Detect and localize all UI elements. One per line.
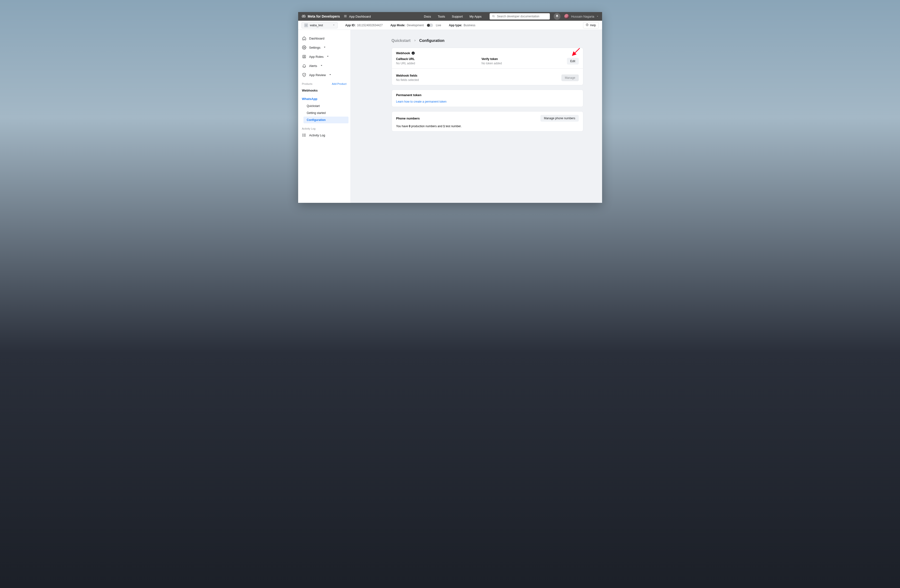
permanent-token-link[interactable]: Learn how to create a permanent token	[396, 100, 447, 103]
app-mode-toggle[interactable]	[427, 23, 433, 27]
app-window: Meta for Developers App Dashboard Docs T…	[298, 12, 602, 203]
sidebar-item-alerts[interactable]: Alerts	[300, 62, 349, 70]
webhook-title-text: Webhook	[396, 51, 410, 55]
phone-numbers-text: You have 0 production numbers and 1 test…	[396, 124, 579, 128]
phone-numbers-card: Phone numbers Manage phone numbers You h…	[392, 111, 583, 132]
add-product-link[interactable]: Add Product	[332, 82, 346, 85]
body: Dashboard Settings App Roles	[298, 30, 602, 203]
svg-point-5	[306, 25, 306, 26]
webhook-fields-value: No fields selected	[396, 78, 552, 82]
sidebar-item-activity-log[interactable]: Activity Log	[300, 131, 349, 139]
phone-text-post: test number.	[445, 124, 461, 128]
user-name: Hussain Nagaria	[571, 15, 594, 18]
bell-icon	[556, 14, 559, 19]
phone-numbers-title: Phone numbers	[396, 116, 420, 120]
activity-log-label: Activity Log	[300, 125, 349, 131]
app-dashboard-link[interactable]: App Dashboard	[344, 14, 371, 19]
caret-down-icon	[333, 23, 335, 27]
sidebar-item-settings[interactable]: Settings	[300, 43, 349, 51]
sidebar-label: Dashboard	[309, 37, 325, 40]
webhook-title: Webhook i	[396, 51, 579, 55]
nav-docs[interactable]: Docs	[424, 15, 431, 18]
whatsapp-subitems: Quickstart Getting started Configuration	[303, 102, 349, 123]
sidebar-label: App Review	[309, 73, 326, 77]
sidebar-label: Alerts	[309, 64, 317, 68]
webhook-card: Webhook i Callback URL No URL added Veri…	[392, 48, 583, 85]
shield-check-icon	[302, 73, 306, 77]
app-type-value: Business	[464, 23, 475, 27]
app-id-group: App ID: 1611524002634427	[345, 23, 383, 27]
permanent-token-title: Permanent token	[396, 93, 579, 97]
edit-webhook-button[interactable]: Edit	[567, 58, 579, 65]
callback-col: Callback URL No URL added	[396, 57, 472, 65]
sidebar-sub-getting-started[interactable]: Getting started	[303, 110, 349, 116]
phone-text-mid: production numbers and	[410, 124, 443, 128]
sidebar-label: WhatsApp	[302, 97, 317, 101]
app-id-value: 1611524002634427	[357, 23, 383, 27]
sidebar-products-header: Products Add Product	[300, 80, 349, 87]
app-icon	[304, 23, 308, 27]
topbar-nav: Docs Tools Support My Apps	[424, 15, 481, 18]
search-input[interactable]	[497, 15, 548, 18]
svg-point-14	[303, 134, 303, 134]
avatar	[564, 14, 569, 19]
search-icon	[492, 15, 497, 18]
app-selector[interactable]: waba_test	[301, 22, 338, 28]
breadcrumb-current: Configuration	[419, 39, 445, 43]
help-button[interactable]: Help	[583, 22, 599, 28]
app-mode-live: Live	[436, 23, 441, 27]
home-icon	[302, 36, 306, 40]
brand-text: Meta for Developers	[308, 14, 340, 18]
app-dashboard-label: App Dashboard	[349, 15, 371, 18]
app-mode-label: App Mode:	[390, 23, 405, 27]
verify-col: Verify token No token added	[481, 57, 557, 65]
bell-icon	[302, 64, 306, 68]
meta-logo-icon	[301, 14, 306, 19]
app-type-group: App type: Business	[449, 23, 475, 27]
sidebar-item-whatsapp[interactable]: WhatsApp	[300, 95, 349, 102]
app-id-label: App ID:	[345, 23, 356, 27]
nav-support[interactable]: Support	[452, 15, 463, 18]
breadcrumb-parent[interactable]: Quickstart	[392, 39, 411, 43]
app-mode-dev: Development	[407, 23, 424, 27]
chevron-down-icon	[329, 73, 332, 77]
search-wrap[interactable]	[490, 13, 550, 20]
breadcrumb: Quickstart Configuration	[392, 39, 583, 43]
svg-point-16	[303, 136, 303, 137]
help-label: Help	[590, 23, 596, 27]
sidebar-item-webhooks[interactable]: Webhooks	[300, 87, 349, 94]
nav-my-apps[interactable]: My Apps	[470, 15, 482, 18]
svg-line-4	[494, 17, 495, 17]
svg-point-10	[304, 56, 305, 57]
roles-icon	[302, 54, 306, 59]
sidebar-label: App Roles	[309, 55, 324, 59]
gear-icon	[302, 45, 306, 50]
info-icon[interactable]: i	[411, 51, 415, 55]
permanent-token-card: Permanent token Learn how to create a pe…	[392, 90, 583, 107]
main-content: Quickstart Configuration Webhook i Callb…	[351, 30, 602, 203]
user-menu[interactable]: Hussain Nagaria	[564, 14, 599, 19]
products-label: Products	[302, 82, 312, 85]
manage-webhook-fields-button[interactable]: Manage	[562, 74, 579, 81]
app-selector-label: waba_test	[310, 23, 323, 27]
sidebar-item-app-review[interactable]: App Review	[300, 71, 349, 79]
phone-text-pre: You have	[396, 124, 409, 128]
app-type-label: App type:	[449, 23, 462, 27]
callback-url-label: Callback URL	[396, 57, 472, 61]
sidebar-item-app-roles[interactable]: App Roles	[300, 53, 349, 61]
topbar: Meta for Developers App Dashboard Docs T…	[298, 12, 602, 21]
nav-tools[interactable]: Tools	[438, 15, 445, 18]
hamburger-icon	[344, 14, 347, 19]
subheader: waba_test App ID: 1611524002634427 App M…	[298, 21, 602, 30]
webhook-fields-col: Webhook fields No fields selected	[396, 74, 552, 82]
chevron-down-icon	[320, 64, 323, 68]
manage-phone-numbers-button[interactable]: Manage phone numbers	[540, 115, 579, 122]
sidebar-sub-quickstart[interactable]: Quickstart	[303, 102, 349, 109]
brand[interactable]: Meta for Developers	[301, 14, 340, 19]
notifications-button[interactable]	[554, 13, 560, 20]
sidebar-sub-configuration[interactable]: Configuration	[303, 116, 349, 123]
chevron-down-icon	[323, 46, 326, 50]
svg-point-8	[303, 47, 305, 48]
list-icon	[302, 133, 306, 137]
sidebar-item-dashboard[interactable]: Dashboard	[300, 34, 349, 42]
